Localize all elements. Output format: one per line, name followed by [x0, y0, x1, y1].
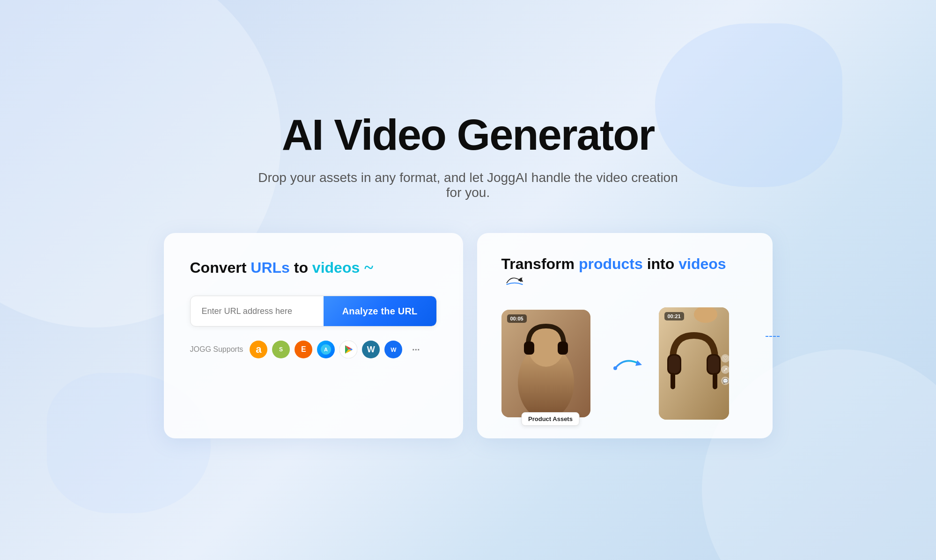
webflow-platform-icon[interactable]: W — [384, 341, 402, 358]
svg-text:S: S — [279, 347, 283, 353]
url-to-video-card: Convert URLs to videos ~ Analyze the URL… — [164, 233, 463, 438]
svg-rect-10 — [558, 342, 568, 355]
svg-rect-9 — [524, 342, 534, 355]
wordpress-platform-icon[interactable]: W — [362, 341, 380, 358]
product-img-card-left: 00:05 — [501, 310, 590, 417]
svg-point-12 — [613, 366, 617, 370]
dashed-connector — [766, 336, 780, 337]
svg-rect-18 — [708, 356, 719, 373]
hero-subtitle: Drop your assets in any format, and let … — [258, 170, 679, 200]
product-image-right: 00:21 — [659, 307, 734, 420]
product-to-video-card: Transform products into videos — [477, 233, 773, 438]
page-wrapper: AI Video Generator Drop your assets in a… — [0, 84, 936, 476]
svg-text:💬: 💬 — [722, 378, 729, 384]
svg-rect-16 — [669, 356, 680, 373]
product-assets-label: Product Assets — [521, 412, 580, 426]
appstore-platform-icon[interactable]: A — [317, 341, 335, 358]
hero-title: AI Video Generator — [282, 112, 655, 158]
heading-plain-text: Convert — [190, 259, 251, 276]
amazon-platform-icon[interactable]: a — [250, 341, 267, 358]
right-heading-middle: into — [647, 255, 679, 272]
heading-middle-text: to — [294, 259, 312, 276]
heading-urls: URLs — [251, 259, 290, 276]
product-demo: 00:05 — [501, 307, 748, 420]
right-heading-videos: videos — [678, 255, 726, 272]
more-platforms-icon[interactable]: ··· — [407, 341, 425, 358]
shopify-platform-icon[interactable]: S — [272, 341, 290, 358]
product-image-left: 00:05 — [501, 310, 600, 417]
google-play-platform-icon[interactable] — [339, 341, 357, 358]
video-badge-right: 00:21 — [664, 312, 684, 320]
analyze-url-button[interactable]: Analyze the URL — [324, 296, 436, 326]
svg-marker-11 — [635, 360, 642, 366]
svg-text:A: A — [324, 347, 328, 352]
left-card-heading: Convert URLs to videos ~ — [190, 257, 437, 277]
pen-icon — [505, 273, 524, 290]
heading-videos: videos — [312, 259, 360, 276]
product-img-card-right: 00:21 — [659, 307, 729, 420]
transformation-arrow — [608, 352, 650, 375]
url-input-row: Analyze the URL — [190, 296, 437, 327]
etsy-platform-icon[interactable]: E — [295, 341, 312, 358]
svg-text:↗: ↗ — [723, 366, 728, 373]
supports-label: JOGG Supports — [190, 345, 243, 354]
svg-rect-20 — [713, 373, 717, 389]
video-badge-left: 00:05 — [507, 314, 527, 323]
right-card-heading: Transform products into videos — [501, 255, 748, 291]
svg-text:♡: ♡ — [722, 355, 728, 362]
url-input[interactable] — [191, 296, 324, 326]
svg-rect-19 — [671, 373, 675, 389]
supports-row: JOGG Supports a S E A — [190, 341, 437, 358]
right-heading-plain: Transform — [501, 255, 579, 272]
right-heading-products: products — [579, 255, 643, 272]
swirl-decoration: ~ — [364, 258, 374, 276]
cards-row: Convert URLs to videos ~ Analyze the URL… — [164, 233, 773, 438]
